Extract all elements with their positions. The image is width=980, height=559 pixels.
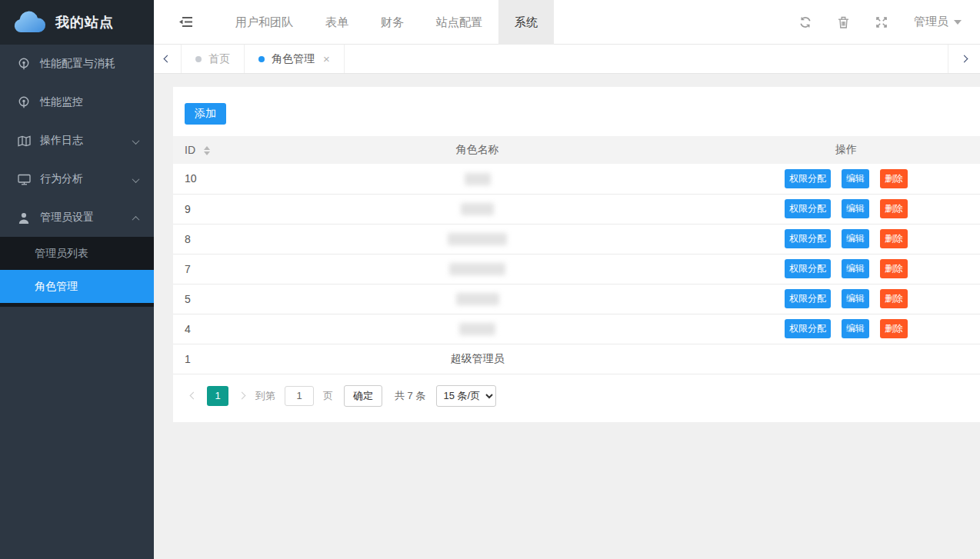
edit-button[interactable]: 编辑 xyxy=(842,169,869,188)
permission-assign-button[interactable]: 权限分配 xyxy=(785,319,831,338)
tab-role-management[interactable]: 角色管理 × xyxy=(245,45,345,73)
top-navigation: 用户和团队 表单 财务 站点配置 系统 xyxy=(219,0,554,45)
sidebar-item-label: 管理员设置 xyxy=(40,211,94,225)
roles-table: ID 角色名称 操作 10 权限分配编辑删除 9 权限分配编辑删除 8 权限分配… xyxy=(173,136,980,374)
sidebar-item-label: 操作日志 xyxy=(40,134,83,148)
delete-button[interactable]: 删除 xyxy=(880,289,908,308)
submenu-item-label: 角色管理 xyxy=(35,280,78,294)
content-area: 添加 ID 角色名称 操作 10 权限分配编辑删除 9 xyxy=(154,74,980,559)
row-id: 5 xyxy=(173,284,242,314)
cloud-logo-icon xyxy=(12,10,46,35)
tab-dot-icon xyxy=(258,56,265,62)
delete-button[interactable]: 删除 xyxy=(880,229,908,248)
page-size-select[interactable]: 15 条/页 xyxy=(436,385,496,407)
table-row: 4 权限分配编辑删除 xyxy=(173,314,980,344)
delete-button[interactable]: 删除 xyxy=(880,319,908,338)
row-role-name xyxy=(242,194,712,224)
table-row: 5 权限分配编辑删除 xyxy=(173,284,980,314)
sidebar-item-admin-list[interactable]: 管理员列表 xyxy=(0,237,154,270)
topnav-item-finance[interactable]: 财务 xyxy=(365,0,420,45)
podcast-icon xyxy=(17,58,31,70)
edit-button[interactable]: 编辑 xyxy=(842,229,869,248)
table-row: 8 权限分配编辑删除 xyxy=(173,224,980,254)
tab-scroll-right[interactable] xyxy=(948,45,980,73)
topbar-right: 管理员 xyxy=(799,15,980,29)
user-menu[interactable]: 管理员 xyxy=(914,15,962,29)
redacted-role-name xyxy=(459,323,495,335)
row-role-name xyxy=(242,314,712,344)
permission-assign-button[interactable]: 权限分配 xyxy=(785,259,831,278)
permission-assign-button[interactable]: 权限分配 xyxy=(785,229,831,248)
sidebar-item-role-management[interactable]: 角色管理 xyxy=(0,270,154,303)
pagination-next-button[interactable] xyxy=(233,393,251,398)
sidebar-item-performance-monitor[interactable]: 性能监控 xyxy=(0,83,154,121)
chevron-right-icon xyxy=(961,55,968,63)
table-body: 10 权限分配编辑删除 9 权限分配编辑删除 8 权限分配编辑删除 7 权限分配… xyxy=(173,164,980,374)
row-role-name xyxy=(242,224,712,254)
admin-settings-submenu: 管理员列表 角色管理 xyxy=(0,237,154,307)
submenu-item-label: 管理员列表 xyxy=(35,247,88,261)
delete-button[interactable]: 删除 xyxy=(880,199,908,218)
sidebar-item-performance-config[interactable]: 性能配置与消耗 xyxy=(0,45,154,83)
delete-button[interactable]: 删除 xyxy=(880,259,908,278)
monitor-icon xyxy=(17,173,31,185)
edit-button[interactable]: 编辑 xyxy=(842,319,869,338)
goto-page-prefix: 到第 xyxy=(255,389,275,403)
sidebar-item-label: 性能配置与消耗 xyxy=(40,57,115,71)
redacted-role-name xyxy=(456,293,499,305)
tab-scroll-left[interactable] xyxy=(154,45,182,73)
pagination-prev-button[interactable] xyxy=(185,393,202,398)
table-header-row: ID 角色名称 操作 xyxy=(173,136,980,164)
redacted-role-name xyxy=(448,233,507,245)
topnav-item-system[interactable]: 系统 xyxy=(498,0,554,45)
chevron-up-icon xyxy=(133,211,138,224)
tab-home[interactable]: 首页 xyxy=(182,45,245,73)
row-actions: 权限分配编辑删除 xyxy=(712,224,980,254)
column-header-id[interactable]: ID xyxy=(173,136,242,164)
permission-assign-button[interactable]: 权限分配 xyxy=(785,169,831,188)
topnav-item-users-teams[interactable]: 用户和团队 xyxy=(219,0,309,45)
chevron-left-icon xyxy=(164,55,172,63)
permission-assign-button[interactable]: 权限分配 xyxy=(785,289,831,308)
table-row: 1 超级管理员 xyxy=(173,344,980,374)
role-management-card: 添加 ID 角色名称 操作 10 权限分配编辑删除 9 xyxy=(173,87,980,422)
edit-button[interactable]: 编辑 xyxy=(842,259,869,278)
confirm-button[interactable]: 确定 xyxy=(344,385,382,407)
row-actions: 权限分配编辑删除 xyxy=(712,284,980,314)
page-number-input[interactable] xyxy=(285,386,314,406)
sidebar-item-admin-settings[interactable]: 管理员设置 xyxy=(0,198,154,237)
trash-icon[interactable] xyxy=(838,16,849,28)
row-actions: 权限分配编辑删除 xyxy=(712,314,980,344)
caret-down-icon xyxy=(954,20,962,25)
edit-button[interactable]: 编辑 xyxy=(842,289,869,308)
sidebar-item-operation-log[interactable]: 操作日志 xyxy=(0,121,154,160)
redacted-role-name xyxy=(465,173,491,185)
pagination: 1 到第 页 确定 共 7 条 15 条/页 xyxy=(173,385,980,407)
topnav-item-forms[interactable]: 表单 xyxy=(309,0,365,45)
permission-assign-button[interactable]: 权限分配 xyxy=(785,199,831,218)
row-id: 1 xyxy=(173,344,242,374)
total-count-label: 共 7 条 xyxy=(395,389,425,403)
add-button[interactable]: 添加 xyxy=(185,103,226,125)
brand: 我的站点 xyxy=(0,0,154,45)
chevron-down-icon xyxy=(133,135,138,147)
sort-icon[interactable] xyxy=(204,146,210,155)
podcast-icon xyxy=(17,96,31,108)
refresh-icon[interactable] xyxy=(799,16,812,28)
column-header-actions: 操作 xyxy=(712,136,980,164)
menu-fold-icon[interactable] xyxy=(178,16,193,28)
row-id: 10 xyxy=(173,164,242,194)
delete-button[interactable]: 删除 xyxy=(880,169,908,188)
close-icon[interactable]: × xyxy=(323,52,330,65)
table-row: 10 权限分配编辑删除 xyxy=(173,164,980,194)
row-role-name xyxy=(242,164,712,194)
row-actions: 权限分配编辑删除 xyxy=(712,194,980,224)
tabbar: 首页 角色管理 × xyxy=(154,45,980,74)
fullscreen-icon[interactable] xyxy=(875,16,888,28)
column-header-role-name: 角色名称 xyxy=(242,136,712,164)
user-menu-label: 管理员 xyxy=(914,15,948,29)
edit-button[interactable]: 编辑 xyxy=(842,199,869,218)
sidebar-item-behavior-analysis[interactable]: 行为分析 xyxy=(0,160,154,198)
pagination-page-1[interactable]: 1 xyxy=(207,386,228,406)
topnav-item-site-config[interactable]: 站点配置 xyxy=(420,0,498,45)
